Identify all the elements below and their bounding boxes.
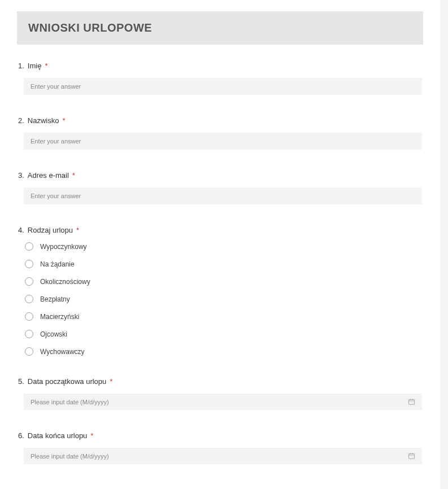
option-wypoczynkowy[interactable]: Wypoczynkowy bbox=[25, 242, 422, 251]
question-6-text: Data końca urlopu bbox=[28, 431, 88, 440]
calendar-icon bbox=[408, 452, 415, 460]
radio-icon bbox=[25, 330, 33, 338]
question-3-label: 3. Adres e-mail * bbox=[18, 171, 422, 180]
question-2-text: Nazwisko bbox=[28, 116, 59, 125]
question-1-label: 1. Imię * bbox=[18, 62, 422, 70]
option-ojcowski[interactable]: Ojcowski bbox=[25, 330, 422, 338]
radio-icon bbox=[25, 295, 33, 303]
option-label: Wychowawczy bbox=[40, 348, 85, 356]
question-2-number: 2. bbox=[18, 116, 24, 125]
question-5: 5. Data początkowa urlopu * Please input… bbox=[17, 377, 423, 410]
option-label: Ojcowski bbox=[40, 330, 67, 338]
radio-icon bbox=[25, 347, 33, 356]
required-mark: * bbox=[90, 431, 93, 440]
question-2-label: 2. Nazwisko * bbox=[18, 116, 422, 125]
end-date-input[interactable]: Please input date (M/d/yyyy) bbox=[24, 448, 422, 464]
svg-rect-4 bbox=[409, 453, 415, 459]
required-mark: * bbox=[62, 116, 65, 125]
question-4-number: 4. bbox=[18, 226, 24, 234]
radio-icon bbox=[25, 260, 33, 268]
option-label: Bezpłatny bbox=[40, 295, 70, 303]
question-1-number: 1. bbox=[18, 62, 24, 70]
form-page: WNIOSKI URLOPOWE 1. Imię * 2. Nazwisko *… bbox=[0, 0, 448, 489]
option-wychowawczy[interactable]: Wychowawczy bbox=[25, 347, 422, 356]
option-bezplatny[interactable]: Bezpłatny bbox=[25, 295, 422, 303]
date-placeholder: Please input date (M/d/yyyy) bbox=[31, 453, 109, 460]
question-3-text: Adres e-mail bbox=[28, 171, 69, 180]
option-na-zadanie[interactable]: Na żądanie bbox=[25, 260, 422, 268]
option-label: Okolicznościowy bbox=[40, 278, 90, 286]
required-mark: * bbox=[110, 377, 112, 386]
option-okolicznosciowy[interactable]: Okolicznościowy bbox=[25, 277, 422, 286]
first-name-input[interactable] bbox=[24, 78, 422, 95]
question-3-number: 3. bbox=[18, 171, 24, 180]
question-6: 6. Data końca urlopu * Please input date… bbox=[17, 431, 423, 464]
question-3: 3. Adres e-mail * bbox=[17, 171, 423, 204]
required-mark: * bbox=[72, 171, 75, 180]
start-date-input[interactable]: Please input date (M/d/yyyy) bbox=[24, 394, 422, 410]
question-4: 4. Rodzaj urlopu * Wypoczynkowy Na żądan… bbox=[17, 226, 423, 356]
question-4-label: 4. Rodzaj urlopu * bbox=[18, 226, 422, 234]
radio-icon bbox=[25, 312, 33, 321]
question-5-number: 5. bbox=[18, 377, 24, 386]
option-label: Na żądanie bbox=[40, 260, 75, 268]
question-1: 1. Imię * bbox=[17, 62, 423, 95]
option-label: Wypoczynkowy bbox=[40, 243, 87, 251]
svg-rect-0 bbox=[409, 399, 415, 404]
date-placeholder: Please input date (M/d/yyyy) bbox=[31, 399, 109, 405]
leave-type-options: Wypoczynkowy Na żądanie Okolicznościowy … bbox=[18, 242, 422, 356]
question-5-text: Data początkowa urlopu bbox=[28, 377, 106, 386]
option-macierzynski[interactable]: Macierzyński bbox=[25, 312, 422, 321]
radio-icon bbox=[25, 242, 33, 251]
form-header: WNIOSKI URLOPOWE bbox=[17, 11, 423, 45]
calendar-icon bbox=[408, 398, 415, 405]
question-6-label: 6. Data końca urlopu * bbox=[18, 431, 422, 440]
question-6-number: 6. bbox=[18, 431, 24, 440]
required-mark: * bbox=[45, 62, 47, 70]
question-2: 2. Nazwisko * bbox=[17, 116, 423, 150]
question-5-label: 5. Data początkowa urlopu * bbox=[18, 377, 422, 386]
option-label: Macierzyński bbox=[40, 313, 79, 321]
question-1-text: Imię bbox=[28, 62, 42, 70]
question-4-text: Rodzaj urlopu bbox=[28, 226, 73, 234]
required-mark: * bbox=[76, 226, 79, 234]
form-title: WNIOSKI URLOPOWE bbox=[28, 21, 412, 34]
radio-icon bbox=[25, 277, 33, 286]
email-input[interactable] bbox=[24, 187, 422, 204]
last-name-input[interactable] bbox=[24, 133, 422, 150]
form-scroll: WNIOSKI URLOPOWE 1. Imię * 2. Nazwisko *… bbox=[17, 11, 423, 478]
